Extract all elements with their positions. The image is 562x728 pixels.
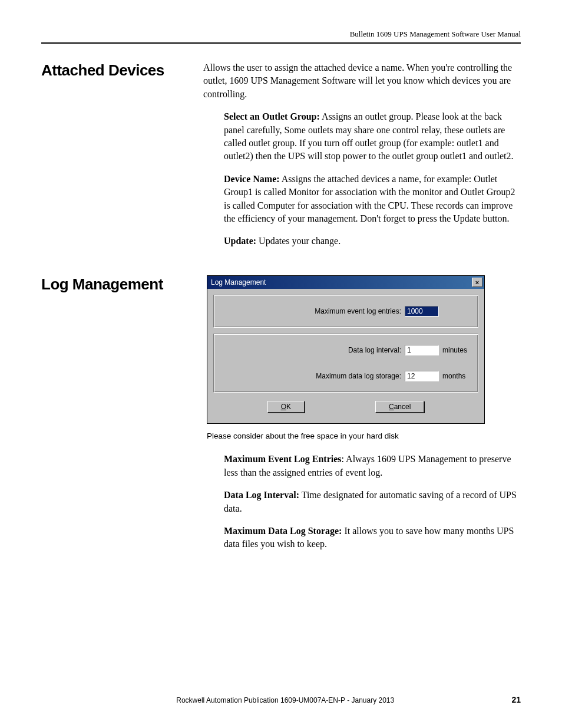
- close-icon[interactable]: ×: [472, 278, 482, 287]
- running-head: Bulletin 1609 UPS Management Software Us…: [41, 29, 521, 44]
- definition-item: Select an Outlet Group: Assigns an outle…: [224, 110, 521, 163]
- definition-item: Maximum Data Log Storage: It allows you …: [224, 525, 521, 551]
- dialog-panel-event-log: Maximum event log entries:: [213, 295, 478, 328]
- max-data-storage-label: Maximum data log storage:: [316, 371, 401, 381]
- definition-lead: Data Log Interval:: [224, 490, 299, 500]
- data-log-interval-label: Data log interval:: [348, 345, 401, 355]
- definition-item: Data Log Interval: Time designated for a…: [224, 489, 521, 515]
- data-log-interval-input[interactable]: [405, 345, 439, 355]
- section-heading-attached-devices: Attached Devices: [41, 61, 203, 80]
- definition-lead: Device Name:: [224, 174, 280, 184]
- definition-text: Updates your change.: [256, 236, 340, 246]
- definition-item: Maximum Event Log Entries: Always 1609 U…: [224, 453, 521, 479]
- max-data-storage-input[interactable]: [405, 371, 439, 381]
- definition-item: Device Name: Assigns the attached device…: [224, 173, 521, 226]
- page-number: 21: [511, 695, 521, 704]
- max-data-storage-unit: months: [442, 371, 470, 381]
- cancel-button[interactable]: Cancel: [375, 401, 424, 413]
- dialog-title: Log Management: [211, 278, 266, 288]
- definition-lead: Maximum Event Log Entries: [224, 454, 342, 464]
- definition-lead: Update:: [224, 236, 256, 246]
- footer-publication: Rockwell Automation Publication 1609-UM0…: [176, 696, 394, 704]
- section-heading-log-management: Log Management: [41, 275, 203, 294]
- definition-item: Update: Updates your change.: [224, 235, 521, 248]
- dialog-caption: Please consider about the free space in …: [207, 431, 521, 442]
- max-event-log-input[interactable]: [405, 306, 439, 317]
- dialog-panel-data-log: Data log interval: minutes Maximum data …: [213, 334, 478, 393]
- max-event-log-label: Maximum event log entries:: [315, 307, 401, 317]
- definition-lead: Maximum Data Log Storage:: [224, 526, 342, 536]
- ok-button[interactable]: OK: [267, 401, 305, 413]
- log-management-dialog: Log Management × Maximum event log entri…: [207, 275, 485, 424]
- definition-lead: Select an Outlet Group:: [224, 111, 320, 121]
- dialog-title-bar: Log Management ×: [207, 276, 484, 289]
- intro-paragraph: Allows the user to assign the attached d…: [203, 61, 521, 101]
- data-log-interval-unit: minutes: [442, 345, 470, 355]
